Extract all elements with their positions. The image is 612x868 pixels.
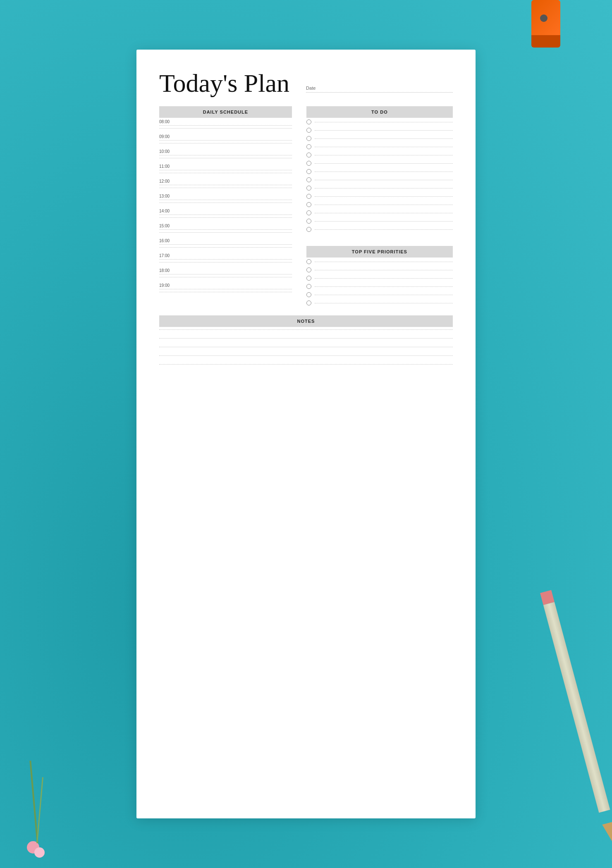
schedule-line-0800a bbox=[159, 125, 292, 126]
schedule-line-1100a bbox=[159, 170, 292, 170]
priority-item-4 bbox=[306, 282, 453, 291]
schedule-line-1200a bbox=[159, 185, 292, 185]
todo-item-3 bbox=[306, 134, 453, 143]
todo-checkbox-4[interactable] bbox=[306, 144, 311, 149]
time-1900: 19:00 bbox=[159, 283, 292, 288]
priority-line-5 bbox=[315, 295, 453, 295]
todo-item-11 bbox=[306, 200, 453, 209]
schedule-line-0900b bbox=[159, 143, 292, 143]
todo-item-12 bbox=[306, 209, 453, 217]
schedule-line-1600b bbox=[159, 247, 292, 248]
schedule-line-1000a bbox=[159, 155, 292, 155]
date-label: Date bbox=[306, 86, 453, 91]
priority-checkbox-4[interactable] bbox=[306, 284, 311, 289]
todo-section: TO DO bbox=[306, 106, 453, 234]
todo-checkbox-12[interactable] bbox=[306, 210, 311, 215]
schedule-row-0900: 09:00 bbox=[159, 133, 292, 148]
schedule-row-1300: 13:00 bbox=[159, 192, 292, 207]
schedule-line-1400b bbox=[159, 217, 292, 218]
schedule-row-1900: 19:00 bbox=[159, 281, 292, 296]
todo-line-1 bbox=[315, 122, 453, 122]
priority-checkbox-3[interactable] bbox=[306, 276, 311, 281]
priority-checkbox-2[interactable] bbox=[306, 267, 311, 272]
todo-item-2 bbox=[306, 126, 453, 134]
priority-item-1 bbox=[306, 258, 453, 266]
priority-item-2 bbox=[306, 266, 453, 274]
time-1000: 10:00 bbox=[159, 149, 292, 154]
todo-checkbox-3[interactable] bbox=[306, 136, 311, 141]
notes-header: NOTES bbox=[159, 315, 453, 327]
todo-line-8 bbox=[315, 180, 453, 180]
todo-line-6 bbox=[315, 163, 453, 164]
schedule-line-1800a bbox=[159, 274, 292, 274]
schedule-row-1400: 14:00 bbox=[159, 207, 292, 222]
time-0800: 08:00 bbox=[159, 119, 292, 124]
priority-checkbox-1[interactable] bbox=[306, 259, 311, 264]
time-1300: 13:00 bbox=[159, 194, 292, 198]
todo-line-4 bbox=[315, 147, 453, 147]
priority-line-1 bbox=[315, 262, 453, 262]
todo-checkbox-14[interactable] bbox=[306, 227, 311, 232]
todo-item-9 bbox=[306, 184, 453, 192]
note-line-1 bbox=[159, 329, 453, 330]
todo-item-13 bbox=[306, 217, 453, 225]
time-1700: 17:00 bbox=[159, 253, 292, 258]
todo-checkbox-6[interactable] bbox=[306, 161, 311, 166]
notes-lines-container bbox=[159, 327, 453, 375]
todo-checkbox-5[interactable] bbox=[306, 153, 311, 157]
schedule-line-1500a bbox=[159, 229, 292, 230]
todo-line-13 bbox=[315, 221, 453, 222]
todo-checkbox-11[interactable] bbox=[306, 202, 311, 207]
schedule-line-1300a bbox=[159, 200, 292, 200]
priority-line-6 bbox=[315, 303, 453, 303]
priority-line-3 bbox=[315, 278, 453, 279]
priority-item-3 bbox=[306, 274, 453, 282]
todo-item-10 bbox=[306, 192, 453, 200]
date-line bbox=[306, 92, 453, 93]
time-1600: 16:00 bbox=[159, 238, 292, 243]
priority-checkbox-6[interactable] bbox=[306, 300, 311, 305]
todo-line-10 bbox=[315, 196, 453, 197]
schedule-line-1300b bbox=[159, 203, 292, 203]
date-section: Date bbox=[306, 86, 453, 96]
schedule-line-1600a bbox=[159, 244, 292, 245]
todo-checkbox-8[interactable] bbox=[306, 177, 311, 182]
schedule-row-1000: 10:00 bbox=[159, 148, 292, 162]
todo-item-14 bbox=[306, 225, 453, 234]
priority-checkbox-5[interactable] bbox=[306, 292, 311, 297]
daily-schedule-column: DAILY SCHEDULE 08:00 09:00 10:00 bbox=[159, 106, 300, 307]
note-line-3 bbox=[159, 347, 453, 347]
schedule-line-1400a bbox=[159, 215, 292, 215]
todo-checkbox-1[interactable] bbox=[306, 119, 311, 124]
todo-checkbox-2[interactable] bbox=[306, 128, 311, 133]
schedule-row-1200: 12:00 bbox=[159, 177, 292, 192]
note-line-2 bbox=[159, 338, 453, 339]
schedule-line-0900a bbox=[159, 140, 292, 141]
page-title: Today's Plan bbox=[159, 70, 289, 96]
todo-item-1 bbox=[306, 118, 453, 126]
todo-checkbox-9[interactable] bbox=[306, 186, 311, 191]
time-1100: 11:00 bbox=[159, 164, 292, 169]
todo-line-14 bbox=[315, 229, 453, 230]
header: Today's Plan Date bbox=[159, 70, 453, 96]
todo-line-11 bbox=[315, 205, 453, 205]
schedule-row-1100: 11:00 bbox=[159, 162, 292, 177]
schedule-row-1500: 15:00 bbox=[159, 222, 292, 237]
todo-item-5 bbox=[306, 151, 453, 159]
schedule-line-1200b bbox=[159, 188, 292, 188]
todo-checkbox-13[interactable] bbox=[306, 219, 311, 224]
time-0900: 09:00 bbox=[159, 134, 292, 139]
todo-checkbox-7[interactable] bbox=[306, 169, 311, 174]
todo-header: TO DO bbox=[306, 106, 453, 118]
pencil-decoration bbox=[543, 602, 612, 844]
priorities-header: TOP FIVE PRIORITIES bbox=[306, 246, 453, 258]
schedule-row-0800: 08:00 bbox=[159, 118, 292, 133]
time-1500: 15:00 bbox=[159, 224, 292, 228]
time-1800: 18:00 bbox=[159, 268, 292, 273]
todo-checkbox-10[interactable] bbox=[306, 194, 311, 199]
schedule-line-1800b bbox=[159, 277, 292, 277]
time-1400: 14:00 bbox=[159, 209, 292, 213]
priority-line-2 bbox=[315, 270, 453, 270]
schedule-line-1900a bbox=[159, 289, 292, 289]
priorities-section: TOP FIVE PRIORITIES bbox=[306, 246, 453, 307]
